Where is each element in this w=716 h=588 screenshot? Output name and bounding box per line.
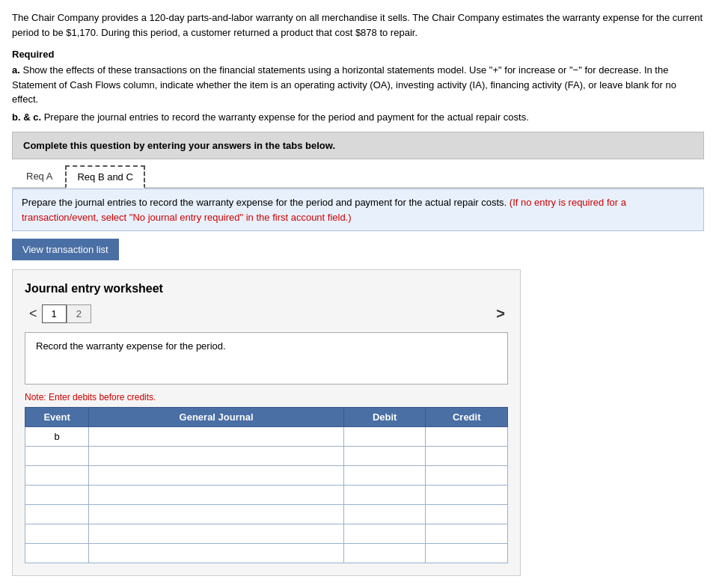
nav-right-arrow[interactable]: > [496, 305, 508, 322]
event-cell [25, 447, 89, 466]
col-header-debit: Debit [343, 408, 426, 427]
credit-input[interactable] [430, 548, 503, 559]
gj-input[interactable] [94, 450, 339, 462]
record-instruction-box: Record the warranty expense for the peri… [25, 332, 508, 385]
req-item-a: a. Show the effects of these transaction… [12, 63, 704, 107]
credit-input[interactable] [430, 489, 503, 500]
req-a-text: Show the effects of these transactions o… [12, 64, 676, 105]
journal-title: Journal entry worksheet [25, 282, 508, 295]
table-row: b [25, 427, 508, 447]
debit-input[interactable] [349, 509, 421, 520]
req-item-bc: b. & c. Prepare the journal entries to r… [12, 110, 704, 125]
nav-left-arrow[interactable]: < [25, 304, 42, 323]
table-row [25, 544, 508, 563]
complete-banner: Complete this question by entering your … [12, 132, 704, 159]
intro-text: The Chair Company provides a 120-day par… [12, 10, 704, 40]
credit-cell[interactable] [426, 427, 508, 447]
req-a-prefix: a. [12, 64, 20, 76]
banner-text: Complete this question by entering your … [23, 140, 335, 151]
table-row [25, 486, 508, 505]
note-text: Note: Enter debits before credits. [25, 392, 508, 402]
journal-table: Event General Journal Debit Credit b [25, 407, 508, 563]
view-transaction-btn[interactable]: View transaction list [12, 239, 119, 260]
debit-input[interactable] [349, 489, 421, 500]
table-row [25, 505, 508, 524]
gj-input[interactable] [94, 431, 339, 442]
nav-tab-1[interactable]: 1 [42, 304, 67, 323]
event-cell [25, 524, 89, 544]
col-header-event: Event [25, 408, 89, 427]
table-row [25, 447, 508, 466]
instructions-main-text: Prepare the journal entries to record th… [22, 197, 507, 208]
credit-cell[interactable] [426, 524, 508, 544]
gj-input[interactable] [94, 548, 339, 559]
required-section: Required a. Show the effects of these tr… [12, 49, 704, 124]
tab-req-a-label: Req A [26, 171, 52, 182]
debit-cell[interactable] [343, 447, 426, 466]
event-cell [25, 486, 89, 505]
gj-cell[interactable] [89, 505, 344, 524]
instructions-box: Prepare the journal entries to record th… [12, 189, 704, 231]
gj-input[interactable] [94, 489, 339, 500]
debit-input[interactable] [349, 431, 421, 442]
tab-req-b-c[interactable]: Req B and C [65, 165, 144, 189]
credit-input[interactable] [430, 450, 503, 462]
credit-input[interactable] [430, 470, 503, 481]
credit-cell[interactable] [426, 447, 508, 466]
debit-cell[interactable] [343, 466, 426, 486]
debit-input[interactable] [349, 528, 421, 539]
nav-tab-2[interactable]: 2 [67, 304, 91, 323]
nav-row: < 1 2 > [25, 304, 508, 323]
col-header-credit: Credit [426, 408, 508, 427]
gj-input[interactable] [94, 509, 339, 520]
debit-input[interactable] [349, 548, 421, 559]
event-cell [25, 544, 89, 563]
debit-cell[interactable] [343, 486, 426, 505]
gj-cell[interactable] [89, 447, 344, 466]
main-container: The Chair Company provides a 120-day par… [0, 0, 716, 588]
journal-worksheet-container: Journal entry worksheet < 1 2 > Record t… [12, 269, 521, 576]
debit-cell[interactable] [343, 544, 426, 563]
credit-cell[interactable] [426, 505, 508, 524]
credit-input[interactable] [430, 509, 503, 520]
credit-input[interactable] [430, 528, 503, 539]
credit-cell[interactable] [426, 544, 508, 563]
debit-cell[interactable] [343, 427, 426, 447]
credit-cell[interactable] [426, 486, 508, 505]
tab-req-a[interactable]: Req A [15, 165, 64, 187]
debit-cell[interactable] [343, 524, 426, 544]
table-row [25, 466, 508, 486]
debit-input[interactable] [349, 470, 421, 481]
gj-cell[interactable] [89, 466, 344, 486]
debit-input[interactable] [349, 450, 421, 462]
debit-cell[interactable] [343, 505, 426, 524]
table-row [25, 524, 508, 544]
event-cell [25, 505, 89, 524]
gj-input[interactable] [94, 470, 339, 481]
req-bc-prefix: b. & c. [12, 111, 41, 123]
gj-cell[interactable] [89, 427, 344, 447]
tab-req-b-c-label: Req B and C [77, 171, 132, 183]
gj-cell[interactable] [89, 486, 344, 505]
tabs-row: Req A Req B and C [12, 159, 704, 189]
gj-cell[interactable] [89, 544, 344, 563]
req-bc-text: Prepare the journal entries to record th… [41, 111, 529, 123]
event-cell: b [25, 427, 89, 447]
credit-input[interactable] [430, 431, 503, 442]
event-cell [25, 466, 89, 486]
required-label: Required [12, 49, 704, 60]
gj-input[interactable] [94, 528, 339, 539]
col-header-gj: General Journal [89, 408, 344, 427]
gj-cell[interactable] [89, 524, 344, 544]
credit-cell[interactable] [426, 466, 508, 486]
record-text: Record the warranty expense for the peri… [36, 340, 226, 352]
